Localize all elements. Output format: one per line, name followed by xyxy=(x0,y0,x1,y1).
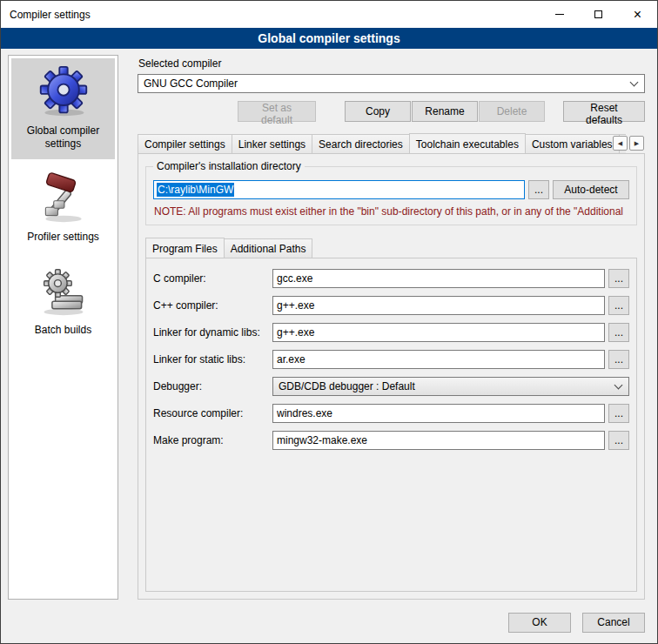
field-row-cpp-compiler: C++ compiler: ... xyxy=(153,296,629,315)
sidebar-item-label: Profiler settings xyxy=(13,231,113,244)
install-dir-browse-button[interactable]: ... xyxy=(528,180,549,199)
maximize-icon xyxy=(594,10,602,18)
dynamic-linker-input[interactable] xyxy=(272,323,605,342)
tab-additional-paths[interactable]: Additional Paths xyxy=(224,238,313,258)
cpp-compiler-label: C++ compiler: xyxy=(153,299,272,312)
toolchain-executables-panel: Compiler's installation directory C:\ray… xyxy=(138,153,645,600)
chevron-down-icon xyxy=(614,381,623,390)
make-program-browse-button[interactable]: ... xyxy=(608,431,629,450)
dynamic-linker-label: Linker for dynamic libs: xyxy=(153,326,272,339)
field-row-debugger: Debugger: GDB/CDB debugger : Default xyxy=(153,377,629,396)
cancel-button[interactable]: Cancel xyxy=(582,613,645,633)
minimize-icon xyxy=(555,14,564,15)
ok-button[interactable]: OK xyxy=(508,613,571,633)
set-as-default-button[interactable]: Set as default xyxy=(238,101,316,122)
gear-blue-icon xyxy=(37,65,90,117)
tab-scroll-right-button[interactable]: ▶ xyxy=(629,136,644,151)
tab-toolchain-executables[interactable]: Toolchain executables xyxy=(409,133,526,153)
resource-compiler-input[interactable] xyxy=(272,404,605,423)
minimize-button[interactable] xyxy=(540,1,579,28)
install-dir-note: NOTE: All programs must exist either in … xyxy=(154,205,629,218)
static-linker-label: Linker for static libs: xyxy=(153,353,272,366)
field-row-dynamic-linker: Linker for dynamic libs: ... xyxy=(153,323,629,342)
installation-directory-group: Compiler's installation directory C:\ray… xyxy=(145,166,637,225)
page-title: Global compiler settings xyxy=(1,28,657,49)
close-icon: × xyxy=(634,7,641,23)
make-program-input[interactable] xyxy=(272,431,605,450)
sidebar-item-batch-builds[interactable]: Batch builds xyxy=(11,258,115,345)
installation-directory-row: C:\raylib\MinGW ... Auto-detect xyxy=(153,180,629,199)
c-compiler-label: C compiler: xyxy=(153,272,272,285)
arrow-left-icon: ◀ xyxy=(618,140,622,146)
compiler-settings-window: Compiler settings × Global compiler sett… xyxy=(0,0,658,644)
dynamic-linker-browse-button[interactable]: ... xyxy=(608,323,629,342)
field-row-static-linker: Linker for static libs: ... xyxy=(153,350,629,369)
debugger-select-value: GDB/CDB debugger : Default xyxy=(279,380,415,392)
maximize-button[interactable] xyxy=(579,1,618,28)
install-dir-input[interactable]: C:\raylib\MinGW xyxy=(153,180,525,199)
window-controls: × xyxy=(540,1,657,28)
field-row-resource-compiler: Resource compiler: ... xyxy=(153,404,629,423)
field-row-make-program: Make program: ... xyxy=(153,431,629,450)
program-files-panel: C compiler: ... C++ compiler: ... Linker… xyxy=(145,258,637,592)
make-program-label: Make program: xyxy=(153,434,272,446)
main-panel: Selected compiler GNU GCC Compiler Set a… xyxy=(130,55,650,600)
sidebar-item-global-compiler-settings[interactable]: Global compiler settings xyxy=(11,58,115,159)
resource-compiler-label: Resource compiler: xyxy=(153,407,272,419)
gears-gray-icon xyxy=(37,265,90,317)
settings-tabbar: Compiler settings Linker settings Search… xyxy=(138,133,645,153)
tab-scroll-controls: ◀ ▶ xyxy=(613,136,644,151)
sidebar: Global compiler settings Profiler settin… xyxy=(8,55,118,600)
tab-scroll-left-button[interactable]: ◀ xyxy=(613,136,628,151)
field-row-c-compiler: C compiler: ... xyxy=(153,269,629,288)
static-linker-browse-button[interactable]: ... xyxy=(608,350,629,369)
c-compiler-browse-button[interactable]: ... xyxy=(608,269,629,288)
tab-program-files[interactable]: Program Files xyxy=(145,238,225,258)
sidebar-item-profiler-settings[interactable]: Profiler settings xyxy=(11,164,115,252)
delete-button[interactable]: Delete xyxy=(479,101,545,122)
sidebar-item-label: Global compiler settings xyxy=(13,124,113,151)
resource-compiler-browse-button[interactable]: ... xyxy=(608,404,629,423)
sidebar-item-label: Batch builds xyxy=(13,324,113,337)
window-title: Compiler settings xyxy=(1,9,91,21)
chevron-down-icon xyxy=(630,78,639,87)
debugger-select[interactable]: GDB/CDB debugger : Default xyxy=(272,377,629,396)
program-tabbar: Program Files Additional Paths xyxy=(145,238,637,258)
cpp-compiler-input[interactable] xyxy=(272,296,605,315)
titlebar: Compiler settings × xyxy=(1,1,657,28)
compiler-actions: Set as default Copy Rename Delete Reset … xyxy=(138,101,645,122)
dialog-body: Global compiler settings Profiler settin… xyxy=(1,49,657,608)
install-dir-value: C:\raylib\MinGW xyxy=(157,183,234,197)
static-linker-input[interactable] xyxy=(272,350,605,369)
cpp-compiler-browse-button[interactable]: ... xyxy=(608,296,629,315)
selected-compiler-label: Selected compiler xyxy=(138,57,645,70)
debugger-label: Debugger: xyxy=(153,380,272,392)
arrow-right-icon: ▶ xyxy=(634,140,639,146)
compiler-select-value: GNU GCC Compiler xyxy=(144,77,238,90)
compiler-select[interactable]: GNU GCC Compiler xyxy=(138,74,645,93)
dialog-footer: OK Cancel xyxy=(1,608,657,643)
tab-search-directories[interactable]: Search directories xyxy=(312,134,410,153)
tab-linker-settings[interactable]: Linker settings xyxy=(232,134,312,153)
tab-custom-variables[interactable]: Custom variables xyxy=(525,134,620,153)
hammer-icon xyxy=(37,171,90,224)
close-button[interactable]: × xyxy=(618,1,657,28)
copy-button[interactable]: Copy xyxy=(345,101,411,122)
rename-button[interactable]: Rename xyxy=(412,101,478,122)
tab-compiler-settings[interactable]: Compiler settings xyxy=(138,134,232,153)
reset-defaults-button[interactable]: Reset defaults xyxy=(563,101,645,122)
c-compiler-input[interactable] xyxy=(272,269,605,288)
installation-directory-group-title: Compiler's installation directory xyxy=(153,160,305,172)
auto-detect-button[interactable]: Auto-detect xyxy=(553,180,629,199)
